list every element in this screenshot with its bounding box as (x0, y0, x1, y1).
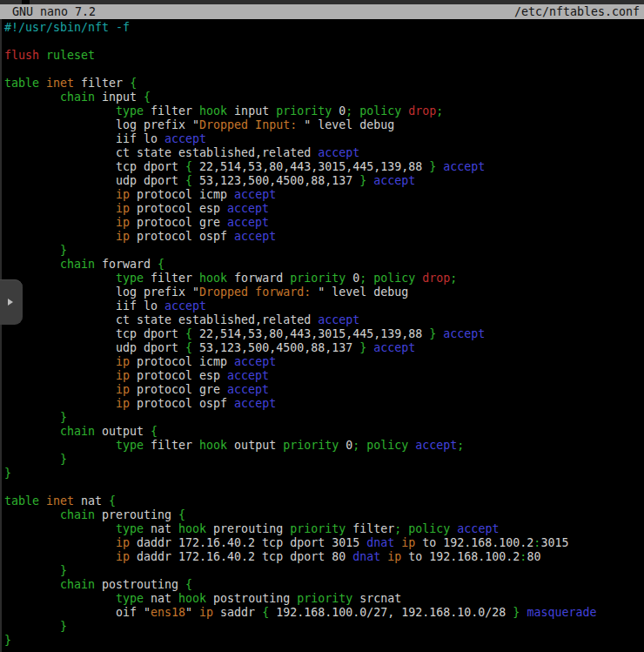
code-line: oif "ens18" ip saddr { 192.168.100.0/27,… (0, 606, 644, 620)
code-token: 53,123,500,4500,88,137 (192, 174, 359, 187)
code-token: protocol gre (130, 383, 227, 396)
code-token: accept (227, 202, 269, 215)
code-token: " level debug (318, 286, 408, 299)
code-line: } (0, 453, 644, 467)
code-token: chain (60, 258, 95, 271)
code-token: ip (401, 536, 415, 549)
nano-version-label: GNU nano 7.2 (12, 5, 96, 19)
terminal-screen: GNU nano 7.2 /etc/nftables.conf #!/usr/s… (0, 0, 644, 652)
code-token: accept (234, 188, 276, 201)
code-token: nat (74, 494, 109, 507)
code-token: } (60, 564, 67, 577)
code-line: udp dport { 53,123,500,4500,88,137 } acc… (0, 174, 644, 188)
code-line: ct state established,related accept (0, 146, 644, 160)
code-token: accept (457, 522, 499, 535)
code-token: drop (408, 104, 436, 118)
code-line: } (0, 620, 644, 634)
code-token: { (185, 578, 192, 591)
code-line: log prefix "Dropped forward: " level deb… (0, 286, 644, 299)
code-token: accept (373, 174, 415, 187)
code-token: filter (144, 439, 199, 452)
code-token: { (144, 91, 151, 104)
code-line: #!/usr/sbin/nft -f (0, 21, 644, 35)
code-token: output (227, 439, 283, 452)
code-token: type (116, 272, 144, 285)
code-token: forward (95, 258, 158, 271)
code-token: policy (366, 439, 408, 452)
code-token: ip (116, 536, 130, 549)
code-token: } (60, 453, 67, 466)
code-token: protocol icmp (130, 355, 234, 368)
code-token: hook (178, 592, 206, 605)
code-token: { (185, 341, 192, 354)
code-token: udp dport (116, 341, 185, 354)
code-token: priority (276, 104, 332, 118)
code-token: Dropped Input: (199, 118, 304, 131)
code-token: { (178, 508, 185, 521)
code-token: ip (116, 188, 130, 201)
code-token: } (60, 620, 67, 633)
code-token: protocol esp (130, 369, 227, 382)
code-token: ip (199, 606, 213, 619)
editor-area[interactable]: #!/usr/sbin/nft -fflush rulesettable ine… (0, 19, 644, 652)
code-token (39, 49, 46, 62)
code-token: hook (199, 272, 227, 285)
code-token: policy (373, 272, 415, 285)
code-token: forward (227, 272, 290, 285)
sidebar-handle[interactable] (0, 279, 23, 325)
code-line: } (0, 244, 644, 258)
code-token: log prefix " (116, 286, 199, 299)
code-token: chain (60, 508, 95, 521)
code-token: ip (387, 550, 401, 563)
code-token: 0 (339, 439, 352, 452)
code-token: accept (234, 397, 276, 410)
code-token: ct state established,related (116, 313, 318, 326)
code-token: ruleset (46, 49, 95, 62)
code-token: hook (199, 104, 227, 118)
code-line: tcp dport { 22,514,53,80,443,3015,445,13… (0, 327, 644, 341)
code-token: prerouting (95, 508, 178, 521)
code-token: " level debug (304, 118, 394, 131)
expand-arrow-icon (8, 299, 13, 306)
code-token: 0 (332, 104, 345, 118)
code-token: nat (144, 592, 178, 605)
code-token: dnat (352, 550, 380, 563)
code-token: accept (443, 160, 485, 173)
code-line: } (0, 634, 644, 648)
code-token: accept (164, 299, 206, 313)
code-token: } (60, 244, 67, 257)
code-line: udp dport { 53,123,500,4500,88,137 } acc… (0, 341, 644, 355)
left-edge-line (0, 19, 2, 652)
code-token: masquerade (527, 606, 596, 619)
code-token: tcp dport (116, 160, 185, 173)
code-token: { (109, 494, 116, 507)
code-token: 0 (345, 272, 359, 285)
code-token: accept (318, 313, 359, 326)
code-line: chain output { (0, 425, 644, 439)
code-token: 22,514,53,80,443,3015,445,139,88 (192, 160, 429, 173)
code-line (0, 35, 644, 49)
code-token: ens18 (151, 606, 185, 619)
code-line (0, 63, 644, 77)
code-token: type (116, 439, 144, 452)
code-line: tcp dport { 22,514,53,80,443,3015,445,13… (0, 160, 644, 174)
code-token: log prefix " (116, 118, 199, 131)
code-token: to 192.168.100.2 (401, 550, 520, 563)
code-token: accept (234, 355, 276, 368)
code-line: ip protocol ospf accept (0, 397, 644, 411)
code-line: ip protocol icmp accept (0, 188, 644, 202)
code-line: iif lo accept (0, 299, 644, 313)
code-token: #!/usr/sbin/nft -f (4, 21, 130, 34)
file-path-label: /etc/nftables.conf (514, 5, 640, 19)
code-token: { (185, 174, 192, 187)
code-line: ct state established,related accept (0, 313, 644, 327)
code-token: accept (227, 383, 269, 396)
code-line: type filter hook output priority 0; poli… (0, 439, 644, 453)
code-token: srcnat (352, 592, 401, 605)
code-token: priority (283, 439, 339, 452)
code-line: ip protocol gre accept (0, 383, 644, 397)
code-token: table (4, 77, 39, 90)
code-token: nat (144, 522, 178, 535)
code-token: to 192.168.100.2 (415, 536, 533, 549)
code-token: ct state established,related (116, 146, 318, 159)
